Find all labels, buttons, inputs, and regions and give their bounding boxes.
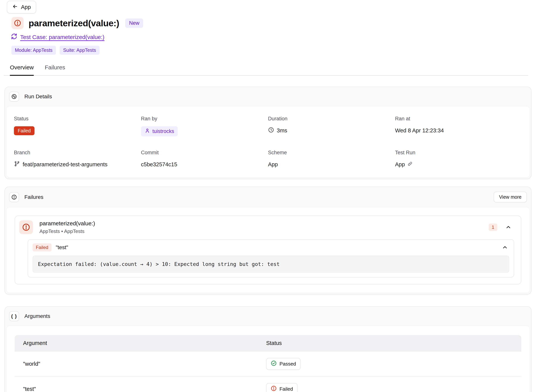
back-button[interactable]: App — [7, 1, 36, 14]
run-details-grid: Status Failed Ran by tuistrocks Duration — [6, 106, 530, 177]
arguments-header: ( ) Arguments — [5, 307, 531, 326]
failure-item-header[interactable]: parameterized(value:) AppTests • AppTest… — [19, 220, 517, 234]
column-argument: Argument — [15, 340, 260, 346]
status-badge-failed: Failed — [266, 383, 298, 392]
table-row: "world" Passed — [15, 351, 521, 376]
arguments-body: Argument Status "world" Passed "test" — [6, 326, 530, 392]
tab-failures[interactable]: Failures — [45, 64, 65, 75]
failure-item: parameterized(value:) AppTests • AppTest… — [15, 216, 521, 284]
test-case-link-label: Test Case: parameterized(value:) — [20, 34, 104, 40]
arguments-title: Arguments — [24, 313, 50, 319]
arrow-left-icon — [12, 4, 18, 11]
view-more-button[interactable]: View more — [494, 192, 527, 202]
column-status: Status — [260, 340, 521, 346]
test-case-icon — [11, 33, 18, 41]
user-pill[interactable]: tuistrocks — [141, 126, 178, 136]
failures-card: Failures View more parameterized(value:)… — [5, 187, 531, 294]
alert-circle-icon — [9, 192, 19, 202]
field-test-run: Test Run App — [395, 150, 522, 168]
status-badge: Failed — [14, 126, 34, 135]
arguments-table-header: Argument Status — [15, 335, 521, 351]
run-details-card: Run Details Status Failed Ran by tuistro… — [5, 87, 531, 179]
link-icon — [408, 161, 413, 168]
failure-message: Expectation failed: (value.count → 4) > … — [33, 256, 509, 273]
failure-alert-icon — [19, 220, 33, 234]
failure-test-name: parameterized(value:) — [39, 220, 95, 227]
user-icon — [144, 128, 150, 135]
back-button-label: App — [21, 4, 31, 10]
collapse-failure-detail-button[interactable] — [502, 244, 508, 251]
argument-value: "world" — [15, 361, 260, 367]
check-circle-icon — [271, 360, 277, 368]
failure-detail-header[interactable]: Failed "test" — [33, 243, 509, 252]
failed-chip: Failed — [33, 243, 52, 252]
page-title-row: parameterized(value:) New — [11, 17, 536, 29]
status-badge-passed: Passed — [266, 358, 301, 370]
tab-overview[interactable]: Overview — [10, 64, 34, 76]
field-branch: Branch feat/parameterized-test-arguments — [14, 150, 141, 168]
failure-module-suite: AppTests • AppTests — [39, 228, 95, 234]
failures-header: Failures View more — [5, 187, 531, 207]
alert-circle-icon — [271, 385, 277, 392]
run-details-title: Run Details — [24, 93, 52, 100]
field-scheme: Scheme App — [268, 150, 395, 168]
chevron-up-icon — [505, 224, 511, 230]
field-status: Status Failed — [14, 116, 141, 136]
tab-bar: Overview Failures — [4, 64, 528, 76]
test-run-link[interactable]: App — [395, 161, 405, 168]
field-commit: Commit c5be32574c15 — [141, 150, 268, 168]
failed-test-icon — [11, 17, 24, 29]
failures-title: Failures — [24, 194, 43, 200]
field-ran-by: Ran by tuistrocks — [141, 116, 268, 136]
test-case-link[interactable]: Test Case: parameterized(value:) — [11, 33, 104, 41]
argument-value: "test" — [15, 386, 260, 392]
module-badge: Module: AppTests — [11, 46, 56, 55]
failure-detail: Failed "test" Expectation failed: (value… — [28, 239, 514, 278]
parentheses-icon: ( ) — [9, 311, 19, 321]
new-badge: New — [125, 19, 143, 28]
field-duration: Duration 3ms — [268, 116, 395, 136]
suite-badge: Suite: AppTests — [60, 46, 99, 55]
disc-icon — [9, 92, 19, 102]
collapse-failure-item-button[interactable] — [505, 224, 511, 230]
git-branch-icon — [14, 161, 20, 168]
page-title: parameterized(value:) — [28, 18, 119, 28]
failures-body: parameterized(value:) AppTests • AppTest… — [6, 207, 530, 293]
failure-argument: "test" — [56, 244, 68, 251]
field-ran-at: Ran at Wed 8 Apr 12:23:34 — [395, 116, 522, 136]
run-details-header: Run Details — [5, 87, 531, 106]
table-row: "test" Failed — [15, 376, 521, 392]
failure-count-badge: 1 — [489, 224, 497, 231]
chevron-up-icon — [502, 244, 508, 251]
meta-badges: Module: AppTests Suite: AppTests — [11, 46, 536, 55]
clock-icon — [268, 127, 274, 134]
arguments-card: ( ) Arguments Argument Status "world" Pa… — [5, 306, 531, 392]
